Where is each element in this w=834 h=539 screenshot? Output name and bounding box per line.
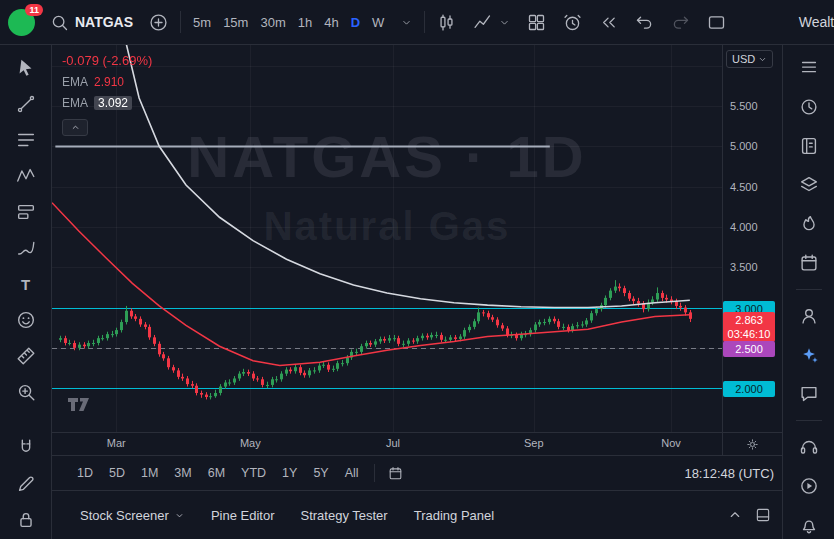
- price-tick: 4.000: [730, 220, 758, 234]
- layout-templates-button[interactable]: [522, 8, 551, 37]
- account-menu-button[interactable]: 11: [8, 9, 35, 36]
- calendar-button[interactable]: [792, 248, 826, 278]
- rewind-icon: [598, 12, 619, 33]
- currency-selector[interactable]: USD: [726, 50, 773, 68]
- ema-indicator-row[interactable]: EMA 3.092: [62, 96, 152, 110]
- alerts-icon: [798, 96, 820, 118]
- notifications-button[interactable]: [792, 510, 826, 539]
- cursor-icon: [15, 57, 37, 79]
- alerts-button[interactable]: [792, 92, 826, 122]
- measure-button[interactable]: [9, 341, 43, 371]
- right-sidebar: [782, 45, 834, 539]
- alarm-clock-icon: [562, 12, 583, 33]
- indicators-button[interactable]: [468, 8, 515, 37]
- news-button[interactable]: [792, 131, 826, 161]
- interval-15m[interactable]: 15m: [218, 11, 253, 34]
- collapse-panel-button[interactable]: [726, 506, 744, 524]
- lock-button[interactable]: [9, 505, 43, 535]
- bar-replay-button[interactable]: [594, 8, 623, 37]
- range-1m[interactable]: 1M: [134, 462, 165, 484]
- price-tick: 3.500: [730, 260, 758, 274]
- emoji-button[interactable]: [9, 305, 43, 335]
- ai-assistant-icon: [798, 344, 820, 366]
- shorts-button[interactable]: [792, 471, 826, 501]
- help-button[interactable]: [792, 432, 826, 462]
- chevron-down-icon: [400, 16, 413, 29]
- brush-button[interactable]: [9, 233, 43, 263]
- range-1y[interactable]: 1Y: [275, 462, 304, 484]
- axis-settings-button[interactable]: [722, 432, 782, 455]
- toolbar-divider: [180, 11, 181, 33]
- tradingview-logo[interactable]: [65, 394, 95, 414]
- watchlist-icon: [798, 57, 820, 79]
- long-short-position-button[interactable]: [9, 197, 43, 227]
- ai-assistant-button[interactable]: [792, 340, 826, 370]
- hotlists-button[interactable]: [792, 209, 826, 239]
- draw-button[interactable]: [9, 469, 43, 499]
- trend-line-button[interactable]: [9, 89, 43, 119]
- brush-icon: [15, 237, 37, 259]
- tab-pine-editor[interactable]: Pine Editor: [201, 502, 285, 529]
- news-icon: [798, 135, 820, 157]
- range-ytd[interactable]: YTD: [234, 462, 273, 484]
- chart-area[interactable]: NATGAS · 1D Natural Gas -0.079 (-2.69%) …: [52, 45, 722, 432]
- restore-panel-button[interactable]: [754, 506, 772, 524]
- text-button[interactable]: T: [9, 269, 43, 299]
- ema-indicator-row[interactable]: EMA 2.910: [62, 75, 152, 89]
- magnet-button[interactable]: [9, 433, 43, 463]
- toolbar-divider: [374, 464, 375, 482]
- calendar-icon: [387, 465, 404, 482]
- range-1d[interactable]: 1D: [70, 462, 100, 484]
- symbol-search-button[interactable]: NATGAS: [45, 8, 137, 37]
- interval-expand-button[interactable]: [396, 12, 417, 33]
- interval-30m[interactable]: 30m: [255, 11, 290, 34]
- range-5y[interactable]: 5Y: [306, 462, 335, 484]
- alert-button[interactable]: [558, 8, 587, 37]
- top-toolbar: 11 NATGAS 5m15m30m1h4hDW Wealth: [0, 0, 834, 45]
- range-group: 1D5D1M3M6MYTD1Y5YAll: [70, 462, 366, 484]
- interval-5m[interactable]: 5m: [188, 11, 216, 34]
- undo-button[interactable]: [630, 8, 659, 37]
- interval-w[interactable]: W: [367, 11, 389, 34]
- price-scale[interactable]: USD 5.5005.0004.5004.0003.5003.0002.8630…: [722, 45, 782, 432]
- fullscreen-button[interactable]: [702, 8, 731, 37]
- interval-d[interactable]: D: [346, 11, 365, 34]
- range-5d[interactable]: 5D: [102, 462, 132, 484]
- range-all[interactable]: All: [338, 462, 366, 484]
- tab-stock-screener[interactable]: Stock Screener: [70, 502, 195, 529]
- interval-1h[interactable]: 1h: [293, 11, 317, 34]
- cursor-button[interactable]: [9, 53, 43, 83]
- notification-badge: 11: [25, 4, 43, 17]
- ideas-icon: [798, 305, 820, 327]
- compare-add-symbol-button[interactable]: [144, 8, 173, 37]
- panel-restore-icon: [754, 506, 772, 524]
- candle-style-button[interactable]: [432, 8, 461, 37]
- broker-panel-label[interactable]: Wealth: [799, 14, 834, 30]
- xabcd-pattern-button[interactable]: [9, 161, 43, 191]
- collapse-legend-button[interactable]: [62, 119, 88, 136]
- ideas-button[interactable]: [792, 301, 826, 331]
- interval-group: 5m15m30m1h4hDW: [188, 11, 389, 34]
- fib-retracement-button[interactable]: [9, 125, 43, 155]
- grid-layout-icon: [526, 12, 547, 33]
- zoom-button[interactable]: [9, 377, 43, 407]
- rail-divider: [796, 420, 822, 421]
- calendar-icon: [798, 252, 820, 274]
- time-axis[interactable]: MarMayJulSepNov: [52, 432, 722, 455]
- price-chart-canvas[interactable]: [52, 45, 722, 432]
- chevron-down-icon: [174, 510, 185, 521]
- redo-button[interactable]: [666, 8, 695, 37]
- server-clock[interactable]: 18:12:48 (UTC): [684, 466, 774, 481]
- toolbar-divider: [424, 11, 425, 33]
- range-6m[interactable]: 6M: [201, 462, 232, 484]
- interval-4h[interactable]: 4h: [319, 11, 343, 34]
- chat-button[interactable]: [792, 379, 826, 409]
- object-tree-button[interactable]: [792, 170, 826, 200]
- go-to-date-button[interactable]: [383, 461, 408, 486]
- tab-trading-panel[interactable]: Trading Panel: [404, 502, 504, 529]
- tab-strategy-tester[interactable]: Strategy Tester: [290, 502, 397, 529]
- watchlist-button[interactable]: [792, 53, 826, 83]
- trading-app: 11 NATGAS 5m15m30m1h4hDW Wealth T NATGAS…: [0, 0, 834, 539]
- chevron-down-icon: [758, 55, 767, 64]
- range-3m[interactable]: 3M: [167, 462, 198, 484]
